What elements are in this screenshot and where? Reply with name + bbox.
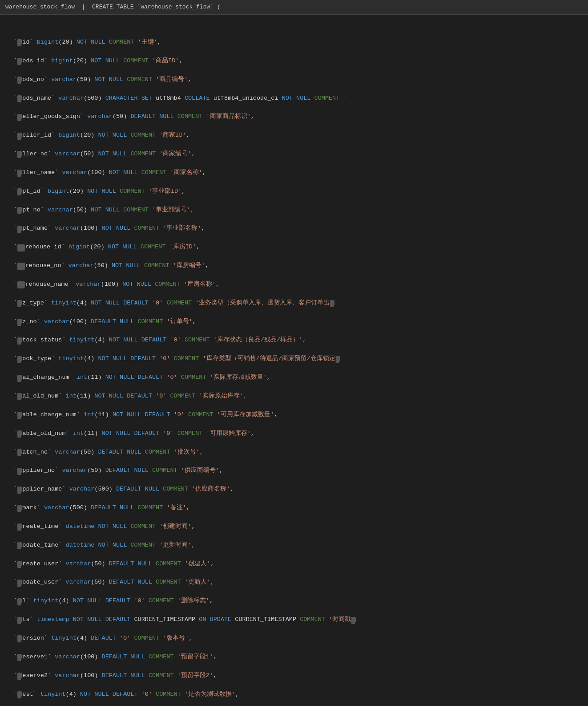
code-line: `█tock_status` tinyint(4) NOT NULL DEFAU… xyxy=(4,336,588,345)
code-line: `█ods_no` varchar(50) NOT NULL COMMENT '… xyxy=(4,75,588,85)
code-line: `█eller_goods_sign` varchar(50) DEFAULT … xyxy=(4,112,588,122)
code-line: `█ods_name` varchar(500) CHARACTER SET u… xyxy=(4,94,588,103)
code-line: `█atch_no` varchar(50) DEFAULT NULL COMM… xyxy=(4,448,588,457)
header-bar: warehouse_stock_flow | CREATE TABLE `war… xyxy=(0,0,588,15)
code-line: `█ods_id` bigint(20) NOT NULL COMMENT '商… xyxy=(4,57,588,66)
code-line: `██rehouse_name` varchar(100) NOT NULL C… xyxy=(4,280,588,289)
code-line: `█eserve1` varchar(100) DEFAULT NULL COM… xyxy=(4,653,588,662)
code-line: `█l` tinyint(4) NOT NULL DEFAULT '0' COM… xyxy=(4,596,588,606)
code-line: `█al_change_num` int(11) NOT NULL DEFAUL… xyxy=(4,373,588,382)
code-line: `█reate_time` datetime NOT NULL COMMENT … xyxy=(4,522,588,532)
code-line: `█ersion` tinyint(4) DEFAULT '0' COMMENT… xyxy=(4,634,588,643)
code-line: `█eserve2` varchar(100) DEFAULT NULL COM… xyxy=(4,671,588,681)
code-line: `██rehouse_id` bigint(20) NOT NULL COMME… xyxy=(4,243,588,252)
code-line: `█est` tinyint(4) NOT NULL DEFAULT '0' C… xyxy=(4,690,588,699)
code-container: `█id` bigint(20) NOT NULL COMMENT '主键', … xyxy=(0,15,588,706)
code-line: `█pplier_no` varchar(50) DEFAULT NULL CO… xyxy=(4,466,588,475)
code-line: `█odate_time` datetime NOT NULL COMMENT … xyxy=(4,541,588,550)
code-line: `█odate_user` varchar(50) DEFAULT NULL C… xyxy=(4,578,588,587)
code-line: `█reate_user` varchar(50) DEFAULT NULL C… xyxy=(4,560,588,569)
code-line: `██rehouse_no` varchar(50) NOT NULL COMM… xyxy=(4,261,588,271)
code-line: `█z_type` tinyint(4) NOT NULL DEFAULT '0… xyxy=(4,299,588,308)
code-line: `█ts` timestamp NOT NULL DEFAULT CURRENT… xyxy=(4,615,588,625)
code-line: `█able_old_num` int(11) NOT NULL DEFAULT… xyxy=(4,429,588,438)
code-line: `█pt_no` varchar(50) NOT NULL COMMENT '事… xyxy=(4,206,588,215)
code-line: `█ller_no` varchar(50) NOT NULL COMMENT … xyxy=(4,150,588,159)
header-text: warehouse_stock_flow | CREATE TABLE `war… xyxy=(5,4,221,10)
code-line: `█mark` varchar(500) DEFAULT NULL COMMEN… xyxy=(4,503,588,513)
code-line: `█pplier_name` varchar(500) DEFAULT NULL… xyxy=(4,485,588,494)
code-line: `█id` bigint(20) NOT NULL COMMENT '主键', xyxy=(4,38,588,47)
code-line: `█pt_id` bigint(20) NOT NULL COMMENT '事业… xyxy=(4,187,588,196)
code-line: `█ock_type` tinyint(4) NOT NULL DEFAULT … xyxy=(4,354,588,364)
code-line: `█ller_name` varchar(100) NOT NULL COMME… xyxy=(4,168,588,178)
code-line: `█eller_id` bigint(20) NOT NULL COMMENT … xyxy=(4,131,588,140)
code-line: `█able_change_num` int(11) NOT NULL DEFA… xyxy=(4,410,588,420)
code-line: `█z_no` varchar(100) DEFAULT NULL COMMEN… xyxy=(4,317,588,327)
code-line: `█pt_name` varchar(100) NOT NULL COMMENT… xyxy=(4,224,588,233)
code-line: `█al_old_num` int(11) NOT NULL DEFAULT '… xyxy=(4,392,588,401)
